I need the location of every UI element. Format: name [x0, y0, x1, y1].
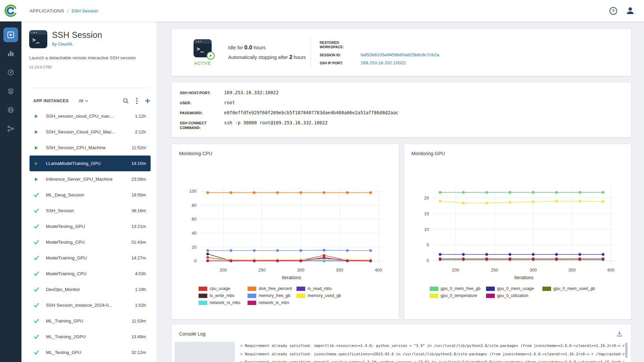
instance-duration: 11:53m	[128, 318, 146, 323]
legend-item[interactable]: gpu_0_mem_free_gb	[430, 286, 486, 291]
instance-duration: 11:52m	[128, 145, 146, 150]
legend-item[interactable]: gpu_0_mem_used_gb	[542, 286, 599, 291]
session-info-rows: RESTORED WORKSPACE:SESSION ID:fa853b6105…	[320, 40, 631, 65]
console-log-title: Console Log	[179, 331, 206, 337]
instance-name: SSH_Session	[46, 208, 74, 213]
ssh-app-terminal-icon: >_	[29, 30, 47, 48]
cpu-chart[interactable]: 200250300350400020406080100Iterations	[172, 160, 399, 282]
legend-swatch-icon	[248, 287, 256, 291]
svg-text:20: 20	[424, 195, 429, 200]
session-terminal-icon: >_	[194, 39, 212, 57]
instance-row[interactable]: DevOps_Monitor1:19h	[30, 282, 151, 297]
session-info-row: SESSION ID:fa853b6105e9459b80a825b6c8c7c…	[320, 52, 631, 57]
session-info-value[interactable]: 169.253.16.332:10022	[361, 60, 406, 65]
svg-text:15: 15	[424, 211, 429, 216]
completed-status-icon	[34, 272, 39, 276]
instance-row[interactable]: ModelTraining_GPU14:27m	[30, 250, 151, 266]
session-info-row: SSH IP:PORT:169.253.16.332:10022	[320, 60, 631, 65]
instance-row[interactable]: LLamaModelTraining_GPU14:10m	[30, 156, 151, 171]
svg-text:200: 200	[220, 267, 227, 273]
legend-label: io_write_mbs	[210, 293, 234, 298]
clearml-logo[interactable]	[4, 4, 18, 18]
legend-label: disk_free_percent	[259, 286, 292, 291]
running-status-icon	[34, 130, 39, 134]
legend-item[interactable]: io_read_mbs	[297, 286, 345, 291]
session-info-value[interactable]: fa853b6105e9459b80a825b6c8c7cb2a	[361, 52, 439, 57]
status-card-divider	[311, 37, 311, 68]
running-status-icon	[34, 161, 39, 166]
nav-projects-icon[interactable]	[3, 46, 18, 61]
more-menu-icon[interactable]	[136, 98, 138, 104]
completed-status-icon	[34, 224, 39, 229]
instance-row[interactable]: SSH_session_cloud_CPU_mac...1:12h	[30, 108, 151, 124]
legend-item[interactable]: cpu_usage	[199, 286, 248, 291]
nav-pipelines-icon[interactable]	[3, 121, 18, 136]
instance-row[interactable]: ML_Training_GPU11:53m	[30, 313, 151, 329]
running-status-icon	[34, 114, 39, 119]
nav-serving-icon[interactable]	[3, 65, 18, 80]
instance-duration: 13:21m	[128, 224, 146, 229]
legend-swatch-icon	[199, 294, 207, 298]
help-icon[interactable]: ?	[609, 7, 617, 15]
nav-datasets-icon[interactable]	[3, 84, 18, 99]
instance-row[interactable]: ML_Training_2GPU13:49m	[30, 329, 151, 345]
gpu-chart[interactable]: 20025030035040005101520Iterations	[404, 160, 631, 282]
add-instance-button[interactable]	[145, 98, 151, 104]
idle-info: Idle for0.0hours Automatically stopping …	[228, 44, 311, 61]
svg-text:350: 350	[336, 267, 343, 273]
instance-row[interactable]: SSH_Session36:16m	[30, 203, 151, 219]
download-log-icon[interactable]	[616, 330, 623, 337]
instance-duration: 14:10m	[128, 161, 146, 166]
legend-label: memory_free_gb	[259, 293, 290, 298]
legend-item[interactable]: gpu_0_utilization	[486, 293, 542, 298]
instance-duration: 01:43m	[128, 240, 146, 245]
instance-name: ML_Testing_GPU	[46, 350, 82, 355]
instance-row[interactable]: ModelTesting_CPU01:43m	[30, 234, 151, 250]
clearml-author-link[interactable]: ClearML	[58, 42, 73, 47]
user-avatar-icon[interactable]	[625, 6, 635, 16]
instance-row[interactable]: ModelTesting_GPU13:21m	[30, 219, 151, 234]
legend-item[interactable]: network_rx_mbs	[199, 300, 248, 305]
nav-reports-icon[interactable]	[3, 103, 18, 117]
autostop-suffix: hours	[294, 55, 306, 60]
breadcrumb-applications[interactable]: APPLICATIONS	[30, 8, 64, 13]
app-panel: >_ SSH Session By ClearML Launch a detac…	[21, 21, 157, 362]
legend-item[interactable]: network_tx_mbs	[248, 300, 297, 305]
instance-name: ModelTraining_CPU	[46, 271, 87, 276]
legend-item[interactable]: gpu_0_mem_usage	[486, 286, 542, 291]
instance-row[interactable]: Inference_Server_GPU_Machine23:08m	[30, 171, 151, 187]
completed-status-icon	[34, 256, 39, 260]
search-icon[interactable]	[122, 98, 129, 104]
instance-row[interactable]: SSH_Session_CPU_Machine11:52m	[30, 140, 151, 156]
instance-name: ML_Training_2GPU	[46, 334, 86, 339]
legend-item[interactable]: io_write_mbs	[199, 293, 248, 298]
detail-label: SSH CONNECT COMMAND:	[180, 120, 224, 130]
instance-row[interactable]: SSH Session_instance_2024-0...1:02h	[30, 297, 151, 313]
nav-applications-icon[interactable]	[3, 27, 18, 42]
instance-row[interactable]: ModelTraining_CPU4:03h	[30, 266, 151, 282]
svg-text:80: 80	[192, 203, 197, 208]
console-scrollbar[interactable]	[625, 343, 628, 358]
legend-item[interactable]: memory_used_gb	[297, 293, 345, 298]
instances-filter-dropdown[interactable]: All	[78, 99, 88, 103]
legend-item[interactable]: memory_free_gb	[248, 293, 297, 298]
svg-text:400: 400	[607, 267, 614, 273]
legend-item[interactable]: disk_free_percent	[248, 286, 297, 291]
completed-status-icon	[34, 240, 39, 244]
completed-status-icon	[34, 303, 39, 307]
detail-value: ssh -p 30000 root@169.253.16.332.10022	[224, 120, 328, 125]
legend-label: memory_used_gb	[308, 293, 341, 298]
instance-row[interactable]: ML_Deug_Session19:55m	[30, 187, 151, 203]
app-description: Launch a detachable remote interactive S…	[29, 55, 147, 61]
legend-label: gpu_0_utilization	[497, 293, 529, 298]
legend-label: io_read_mbs	[308, 286, 332, 291]
legend-swatch-icon	[199, 301, 207, 305]
chevron-down-icon	[85, 100, 88, 102]
instance-row[interactable]: SSH_Session_Cloud_GPU_Mac...2:12h	[30, 124, 151, 140]
instance-row[interactable]: ML_Testing_GPU32:12m	[30, 345, 151, 360]
app-byline: By ClearML	[52, 42, 102, 47]
legend-item[interactable]: gpu_0_temperature	[430, 293, 486, 298]
detail-row: SSH CONNECT COMMAND:ssh -p 30000 root@16…	[180, 120, 623, 130]
svg-text:Iterations: Iterations	[282, 275, 301, 280]
topbar-actions: ?	[609, 6, 644, 16]
